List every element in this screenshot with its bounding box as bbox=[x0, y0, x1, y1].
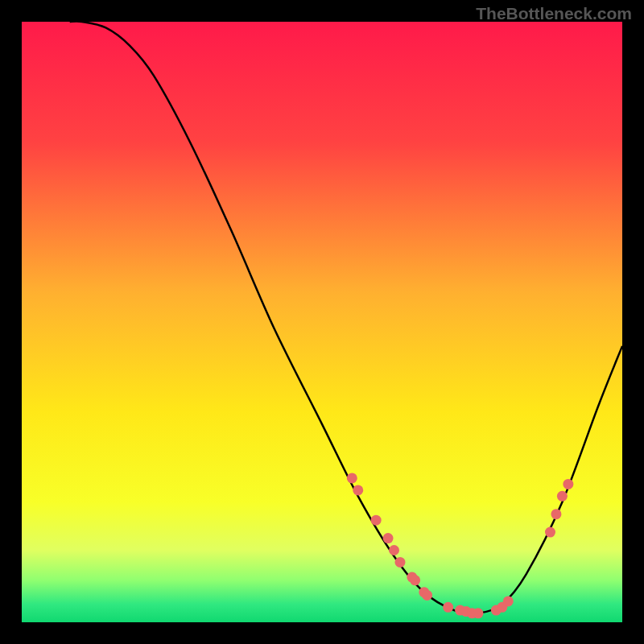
plot-gradient-background bbox=[22, 22, 622, 622]
data-marker bbox=[383, 533, 394, 543]
data-marker bbox=[353, 485, 363, 495]
chart-svg bbox=[0, 0, 644, 644]
data-marker bbox=[389, 545, 399, 555]
data-marker bbox=[557, 491, 568, 502]
data-marker bbox=[347, 473, 357, 483]
data-marker bbox=[551, 509, 561, 519]
chart-container: TheBottleneck.com bbox=[0, 0, 644, 644]
data-marker bbox=[410, 575, 420, 585]
data-marker bbox=[371, 515, 382, 526]
data-marker bbox=[422, 590, 432, 601]
data-marker bbox=[503, 596, 514, 606]
data-marker bbox=[473, 608, 483, 618]
data-marker bbox=[394, 557, 405, 568]
data-marker bbox=[443, 602, 453, 613]
watermark-text: TheBottleneck.com bbox=[476, 4, 632, 23]
data-marker bbox=[563, 479, 573, 489]
data-marker bbox=[545, 527, 555, 538]
